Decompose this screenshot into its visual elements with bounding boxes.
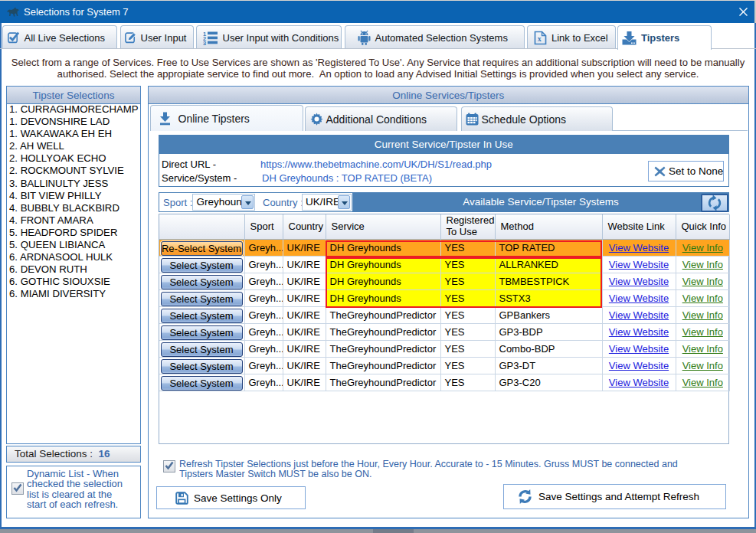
svg-text:3: 3 — [203, 40, 206, 45]
svg-text:x: x — [538, 34, 542, 43]
